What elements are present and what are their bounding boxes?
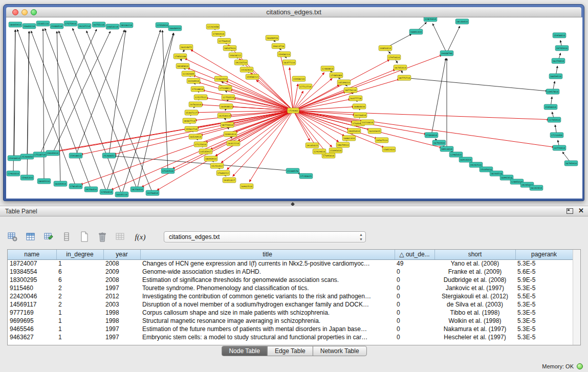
network-node[interactable]: 19745914 [555, 46, 569, 51]
network-node[interactable]: 16014672 [180, 45, 193, 50]
network-node[interactable]: 15184576 [286, 168, 299, 173]
table-row[interactable]: 911546021997Tourette syndrome. Phenomeno… [8, 284, 573, 292]
network-node[interactable]: 12483813 [321, 66, 334, 71]
network-edge[interactable] [293, 78, 332, 111]
network-node[interactable]: 14850414 [379, 46, 392, 51]
network-node[interactable]: 15958414 [553, 33, 566, 38]
network-node[interactable]: 20991413 [224, 132, 237, 137]
memory-indicator[interactable] [577, 363, 583, 369]
network-node[interactable]: 19448794 [440, 51, 453, 56]
column-header-pagerank[interactable]: pagerank [515, 250, 573, 259]
network-node[interactable]: 18445514 [37, 179, 51, 184]
network-node[interactable]: 17485083 [330, 73, 343, 78]
network-edge[interactable] [106, 30, 161, 192]
network-node[interactable]: 15918414 [8, 156, 21, 161]
network-node[interactable]: 12242009 [182, 71, 195, 76]
network-edge[interactable] [43, 29, 44, 181]
network-node[interactable]: 16312214 [227, 141, 240, 146]
network-edge[interactable] [226, 81, 293, 111]
network-node[interactable]: 16035114 [115, 192, 128, 197]
tab-edge-table[interactable]: Edge Table [267, 346, 313, 356]
network-node[interactable]: 13770914 [553, 145, 566, 150]
network-node[interactable]: 12756414 [217, 38, 231, 43]
import-table-icon[interactable] [114, 230, 127, 244]
row-height-icon[interactable] [60, 230, 73, 244]
network-node[interactable]: 17518714 [33, 152, 47, 157]
network-node[interactable]: 19613716 [272, 43, 285, 49]
network-edge[interactable] [239, 59, 293, 111]
column-header-name[interactable]: name [8, 250, 56, 259]
network-node[interactable]: 17240615 [299, 173, 313, 179]
network-node[interactable]: 16520913 [189, 134, 202, 139]
trash-icon[interactable] [96, 230, 109, 244]
network-node[interactable]: 18130414 [455, 19, 469, 24]
network-node[interactable]: 19035914 [46, 150, 59, 156]
table-row[interactable]: 1938455462009Genome-wide association stu… [8, 268, 573, 276]
float-panel-icon[interactable] [567, 208, 573, 214]
network-edge[interactable] [431, 58, 446, 135]
network-edge[interactable] [31, 31, 91, 189]
network-node[interactable]: 16646914 [168, 26, 182, 31]
table-row[interactable]: 2242004622012Investigating the contribut… [8, 292, 573, 300]
network-edge[interactable] [45, 28, 106, 192]
network-edge[interactable] [162, 30, 168, 171]
network-node[interactable]: 1724061 [288, 108, 299, 113]
citation-network-graph[interactable]: 1724061160146721785410818185814122420091… [6, 17, 582, 199]
network-node[interactable]: 18093914 [204, 156, 217, 161]
network-node[interactable]: 20643114 [23, 24, 36, 29]
network-node[interactable]: 15958314 [544, 104, 557, 110]
network-node[interactable]: 18459514 [549, 74, 562, 79]
table-row[interactable]: 1456911722003Disruption of a novel membe… [8, 300, 573, 309]
network-edge[interactable] [293, 84, 298, 111]
network-node[interactable]: 19220714 [234, 60, 248, 65]
network-node[interactable]: 18547913 [223, 46, 236, 51]
network-node[interactable]: 13210614 [361, 120, 374, 125]
network-node[interactable]: 16646916 [266, 35, 279, 40]
network-edge[interactable] [290, 68, 293, 111]
network-node[interactable]: 17575914 [64, 21, 77, 26]
network-node[interactable]: 16795914 [564, 161, 578, 166]
network-node[interactable]: 25260650 [20, 154, 34, 159]
network-node[interactable]: 15495414 [329, 148, 342, 153]
tab-network-table[interactable]: Network Table [313, 346, 367, 356]
column-header-out_degree[interactable]: △ out_de... [395, 250, 434, 259]
network-node[interactable]: 19561714 [185, 126, 198, 132]
network-node[interactable]: 15905314 [20, 175, 34, 180]
network-node[interactable]: 16791914 [432, 140, 446, 145]
network-edge[interactable] [59, 31, 122, 194]
network-edge[interactable] [293, 55, 442, 111]
network-node[interactable]: 16101615 [368, 128, 381, 134]
network-edge[interactable] [86, 31, 153, 193]
network-node[interactable]: 14204914 [187, 78, 200, 83]
table-row[interactable]: 977716911998Corpus callosum shape and si… [8, 309, 573, 317]
network-node[interactable]: 16914314 [459, 157, 472, 162]
network-node[interactable]: 19351417 [223, 178, 236, 183]
network-edge[interactable] [137, 33, 174, 189]
network-node[interactable]: 15958213 [277, 52, 291, 57]
network-node[interactable]: 18679913 [336, 142, 350, 147]
network-node[interactable]: 20761014 [189, 102, 202, 107]
network-node[interactable]: 16274414 [552, 58, 565, 63]
network-node[interactable]: 16841314 [409, 29, 423, 34]
network-node[interactable]: 17093914 [425, 133, 438, 138]
network-node[interactable]: 14162615 [240, 67, 253, 72]
network-node[interactable]: 17518812 [219, 85, 232, 91]
network-node[interactable]: 16377718 [349, 96, 362, 101]
network-node[interactable]: 14253013 [217, 113, 231, 118]
network-node[interactable]: 12950414 [100, 189, 113, 194]
network-node[interactable]: 14256414 [146, 190, 159, 195]
network-node[interactable]: 17973414 [387, 55, 401, 60]
network-node[interactable]: 17640212 [216, 170, 230, 176]
network-node[interactable]: 19145415 [306, 143, 319, 148]
network-node[interactable]: 18106114 [120, 23, 133, 28]
network-node[interactable]: 18779114 [344, 87, 357, 93]
network-node[interactable]: 25260651 [102, 153, 116, 158]
network-edge[interactable] [293, 111, 442, 148]
network-node[interactable]: 16745313 [394, 65, 407, 70]
table-columns-icon[interactable] [24, 230, 37, 244]
network-node[interactable]: 17142514 [161, 168, 175, 173]
network-node[interactable]: 18770914 [221, 122, 234, 127]
network-node[interactable]: 19237214 [78, 24, 91, 29]
network-node[interactable]: 12750514 [222, 95, 235, 100]
network-node[interactable]: 17210354 [550, 133, 563, 138]
